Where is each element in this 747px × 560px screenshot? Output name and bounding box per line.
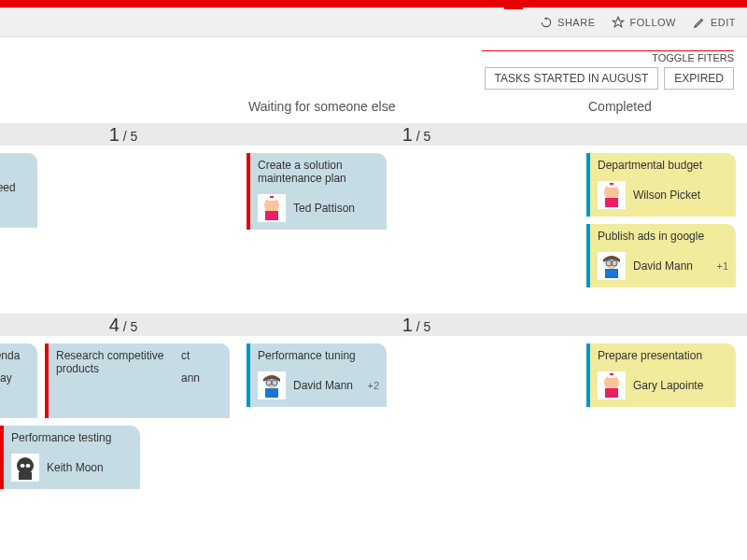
- task-title: ct: [181, 349, 222, 362]
- task-card[interactable]: Research competitive products: [45, 343, 185, 418]
- svg-rect-7: [605, 198, 618, 207]
- swimlane-1-count-1: 1 / 5: [0, 124, 247, 146]
- svg-point-18: [26, 464, 31, 468]
- svg-rect-8: [608, 185, 615, 188]
- swimlane-2: genda liday Research competitive product…: [0, 336, 747, 504]
- edit-button[interactable]: EDIT: [693, 16, 736, 29]
- svg-point-17: [21, 464, 25, 468]
- task-card[interactable]: Performance tuning David Mann +2: [247, 343, 387, 407]
- svg-rect-3: [268, 198, 275, 201]
- filter-area: TOGGLE FITERS TASKS STARTED IN AUGUST EX…: [0, 37, 747, 95]
- task-card[interactable]: genda liday: [0, 343, 37, 418]
- filter-august-button[interactable]: TASKS STARTED IN AUGUST: [485, 67, 659, 90]
- top-red-bar: [0, 0, 747, 7]
- task-title: nt: [0, 159, 30, 172]
- swimlane-2-count-2: 1 / 5: [247, 315, 586, 336]
- task-assignee: Reed: [0, 181, 16, 194]
- task-card[interactable]: nt Reed: [0, 153, 37, 228]
- avatar-icon: [258, 371, 286, 399]
- task-card[interactable]: Create a solution maintenance plan Ted P…: [247, 153, 387, 230]
- pencil-icon: [693, 16, 706, 29]
- svg-rect-19: [19, 472, 32, 480]
- svg-rect-14: [605, 269, 618, 278]
- avatar-icon: [598, 181, 626, 209]
- task-title: Research competitive products: [56, 349, 177, 375]
- task-card[interactable]: ct ann: [174, 343, 230, 418]
- task-title: genda: [0, 349, 30, 362]
- swimlane-1-summary: 1 / 5 1 / 5: [0, 123, 747, 146]
- toggle-filters-link[interactable]: TOGGLE FITERS: [482, 50, 734, 63]
- avatar-icon: [11, 454, 39, 482]
- task-title: Create a solution maintenance plan: [258, 159, 379, 185]
- avatar-icon: [598, 371, 626, 399]
- task-assignee: David Mann: [633, 259, 693, 273]
- share-icon: [540, 16, 553, 29]
- svg-rect-28: [608, 375, 615, 378]
- task-title: Performance testing: [11, 431, 133, 444]
- kanban-board: Waiting for someone else Completed 1 / 5…: [0, 95, 747, 504]
- task-assignee: Wilson Picket: [633, 189, 700, 202]
- column-header-waiting: Waiting for someone else: [247, 95, 586, 123]
- task-assignee: liday: [0, 371, 12, 385]
- task-title: Publish ads in google: [598, 230, 728, 243]
- task-assignee: Keith Moon: [47, 461, 104, 474]
- column-header-1: [0, 95, 247, 123]
- avatar-icon: [598, 252, 626, 280]
- follow-button[interactable]: FOLLOW: [612, 16, 675, 29]
- action-toolbar: SHARE FOLLOW EDIT: [0, 7, 747, 37]
- svg-rect-4: [270, 196, 274, 198]
- svg-rect-29: [610, 373, 613, 375]
- extra-count: +2: [367, 380, 379, 391]
- swimlane-2-count-1: 4 / 5: [0, 315, 247, 336]
- task-card[interactable]: Departmental budget Wilson Picket: [586, 153, 736, 217]
- svg-rect-2: [265, 211, 278, 220]
- svg-rect-9: [610, 183, 613, 185]
- task-title: Departmental budget: [598, 159, 728, 172]
- swimlane-1-count-2: 1 / 5: [247, 124, 586, 146]
- extra-count: +1: [716, 260, 728, 272]
- task-assignee: ann: [181, 371, 200, 385]
- column-header-completed: Completed: [586, 95, 747, 123]
- share-button[interactable]: SHARE: [540, 16, 595, 29]
- task-card[interactable]: Prepare presentation Gary Lapointe: [586, 343, 736, 407]
- task-assignee: Gary Lapointe: [633, 379, 703, 392]
- avatar-icon: [258, 194, 286, 222]
- svg-point-16: [17, 457, 34, 474]
- filter-expired-button[interactable]: EXPIRED: [664, 67, 734, 90]
- task-card[interactable]: Publish ads in google David Mann +1: [586, 224, 736, 287]
- svg-rect-24: [265, 388, 278, 398]
- edit-label: EDIT: [711, 17, 736, 28]
- swimlane-1: nt Reed Create a solution maintenance pl…: [0, 146, 747, 314]
- task-card[interactable]: Performance testing Keith Moon: [0, 426, 140, 489]
- svg-rect-27: [605, 388, 618, 398]
- share-label: SHARE: [557, 17, 595, 28]
- task-title: Prepare presentation: [598, 349, 728, 362]
- swimlane-2-summary: 4 / 5 1 / 5: [0, 314, 747, 336]
- task-assignee: David Mann: [293, 379, 353, 392]
- task-title: Performance tuning: [258, 349, 379, 362]
- task-assignee: Ted Pattison: [293, 202, 355, 215]
- star-icon: [612, 16, 625, 29]
- follow-label: FOLLOW: [629, 17, 675, 28]
